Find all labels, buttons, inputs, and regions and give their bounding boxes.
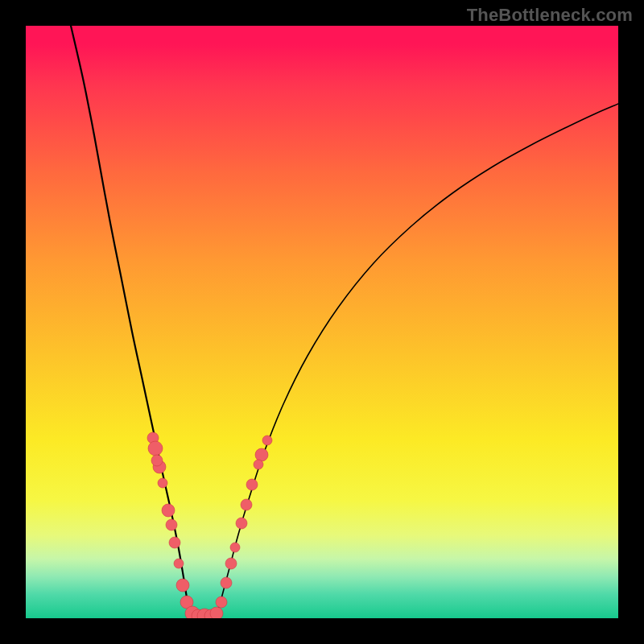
data-point xyxy=(221,577,232,588)
chart-stage: TheBottleneck.com xyxy=(0,0,644,644)
data-point xyxy=(225,558,237,569)
data-point xyxy=(254,460,263,469)
data-point xyxy=(158,478,167,488)
data-point xyxy=(169,537,180,548)
scatter-points xyxy=(147,432,272,618)
data-point xyxy=(210,607,223,618)
data-point xyxy=(246,479,258,490)
data-point xyxy=(255,448,268,461)
data-point xyxy=(230,543,240,552)
data-point xyxy=(241,499,252,510)
data-point xyxy=(162,504,175,517)
data-point xyxy=(148,441,163,456)
data-point xyxy=(166,519,177,530)
data-point xyxy=(176,579,189,592)
data-point xyxy=(151,455,163,466)
curve-svg xyxy=(26,26,618,618)
data-point xyxy=(216,597,227,608)
curve-right xyxy=(216,104,618,617)
plot-area xyxy=(26,26,618,618)
data-point xyxy=(262,436,272,445)
data-point xyxy=(236,518,247,529)
data-point xyxy=(174,559,184,568)
watermark-label: TheBottleneck.com xyxy=(467,5,633,26)
